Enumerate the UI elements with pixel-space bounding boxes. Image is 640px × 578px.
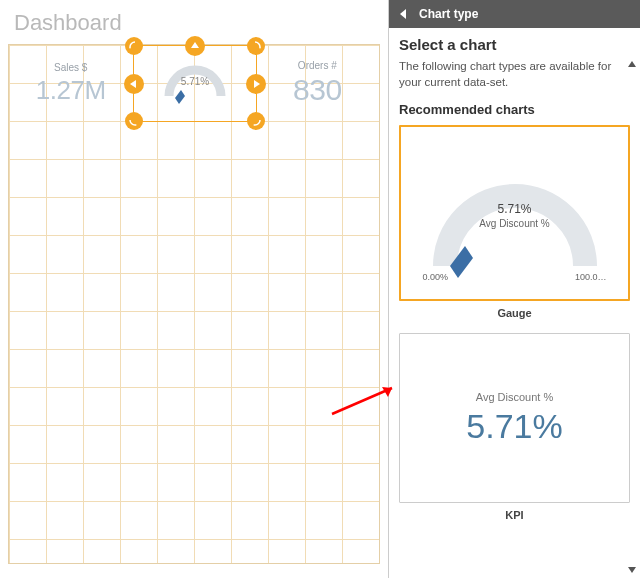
svg-marker-8 <box>400 9 406 19</box>
resize-handle-br[interactable] <box>247 112 265 130</box>
gauge-preview-subtitle: Avg Discount % <box>479 218 549 229</box>
chart-option-kpi[interactable]: Avg Discount % 5.71% <box>399 333 630 503</box>
mini-gauge: 5.71% <box>153 52 237 116</box>
kpi-orders-label: Orders # <box>298 60 337 71</box>
dashboard-title: Dashboard <box>14 10 380 36</box>
panel-section-title: Recommended charts <box>399 102 630 117</box>
svg-marker-2 <box>259 47 261 49</box>
move-handle-right[interactable] <box>246 74 266 94</box>
scroll-down-icon[interactable] <box>626 564 638 576</box>
svg-marker-3 <box>135 124 137 126</box>
gauge-card-caption: Gauge <box>399 307 630 319</box>
gauge-min-label: 0.00% <box>423 272 449 282</box>
svg-marker-4 <box>253 124 255 126</box>
kpi-orders-value: 830 <box>293 73 342 107</box>
kpi-card-value: 5.71% <box>466 407 562 446</box>
kpi-tile-sales[interactable]: Sales $ 1.27M <box>9 45 132 122</box>
svg-marker-5 <box>191 42 199 48</box>
gauge-max-label: 100.0… <box>575 272 607 282</box>
app-root: Dashboard Sales $ 1.27M Orders # 830 <box>0 0 640 578</box>
kpi-card-label: Avg Discount % <box>476 391 553 403</box>
gauge-preview: 5.71% Avg Discount % 0.00% 100.0… <box>415 138 615 288</box>
resize-handle-tr[interactable] <box>247 37 265 55</box>
svg-marker-6 <box>130 80 136 88</box>
kpi-sales-label: Sales $ <box>54 62 87 73</box>
svg-marker-7 <box>254 80 260 88</box>
resize-handle-bl[interactable] <box>125 112 143 130</box>
chart-option-gauge[interactable]: 5.71% Avg Discount % 0.00% 100.0… <box>399 125 630 301</box>
svg-marker-11 <box>628 567 636 573</box>
selected-gauge-tile[interactable]: 5.71% <box>133 45 257 122</box>
chart-type-panel: Chart type Select a chart The following … <box>389 0 640 578</box>
move-handle-top[interactable] <box>185 36 205 56</box>
panel-description: The following chart types are available … <box>399 59 630 90</box>
panel-body: Select a chart The following chart types… <box>389 28 640 578</box>
dashboard-canvas-pane: Dashboard Sales $ 1.27M Orders # 830 <box>0 0 389 578</box>
gauge-preview-value: 5.71% Avg Discount % <box>479 202 549 231</box>
panel-heading: Select a chart <box>399 36 630 53</box>
back-button[interactable] <box>397 7 411 21</box>
move-handle-left[interactable] <box>124 74 144 94</box>
svg-marker-9 <box>628 61 636 67</box>
scroll-up-icon[interactable] <box>626 58 638 70</box>
panel-header: Chart type <box>389 0 640 28</box>
resize-handle-tl[interactable] <box>125 37 143 55</box>
kpi-card-caption: KPI <box>399 509 630 521</box>
kpi-tile-orders[interactable]: Orders # 830 <box>256 45 379 122</box>
kpi-sales-value: 1.27M <box>36 75 106 106</box>
panel-header-title: Chart type <box>419 7 478 21</box>
svg-marker-0 <box>175 90 185 104</box>
svg-marker-1 <box>129 47 131 49</box>
dashboard-grid[interactable]: Sales $ 1.27M Orders # 830 5.71% <box>8 44 380 564</box>
mini-gauge-value: 5.71% <box>181 76 209 87</box>
